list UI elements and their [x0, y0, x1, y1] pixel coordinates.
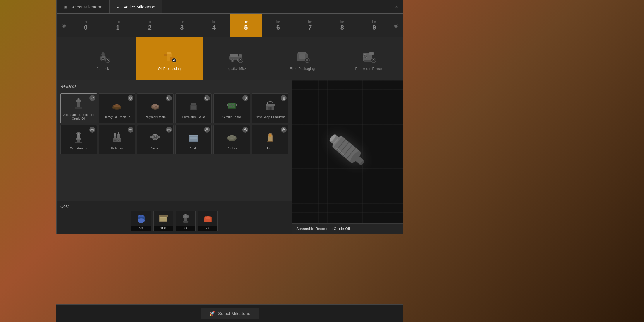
cost-amount-1: 50: [131, 226, 151, 231]
preview-area: [292, 80, 403, 223]
reward-circuit-board[interactable]: Circuit Board: [213, 93, 250, 123]
svg-rect-105: [267, 141, 273, 142]
svg-rect-9: [230, 54, 238, 57]
svg-rect-77: [117, 134, 120, 138]
valve-icon: [148, 129, 163, 145]
cost-icon-3: [179, 213, 192, 224]
svg-rect-5: [167, 52, 171, 54]
tab-active-label: Active Milestone: [123, 4, 155, 9]
reward-scannable-crude-oil[interactable]: Scannable Resource: Crude Oil: [60, 93, 97, 123]
circuit-board-icon: [224, 98, 239, 113]
svg-rect-75: [113, 138, 121, 142]
reward-badge-cart: [281, 95, 287, 101]
tier-nav-right[interactable]: ◉: [390, 14, 402, 37]
svg-rect-89: [154, 134, 156, 135]
bottom-bar: 🚀 Select Milestone: [56, 304, 403, 322]
svg-point-65: [284, 99, 285, 100]
reward-oil-extractor[interactable]: Oil Extractor: [60, 125, 97, 154]
svg-point-15: [238, 58, 243, 63]
cost-section: Cost 50: [57, 201, 292, 234]
svg-rect-22: [369, 52, 374, 55]
reward-fuel[interactable]: Fuel: [252, 125, 288, 154]
reward-plastic[interactable]: Plastic: [175, 125, 212, 154]
svg-marker-99: [244, 129, 247, 131]
jetpack-icon: [94, 46, 112, 65]
tier-nav-left[interactable]: ◉: [58, 14, 70, 37]
svg-marker-33: [129, 98, 132, 100]
tier-8[interactable]: Tier 8: [326, 14, 358, 37]
reward-polymer-resin[interactable]: Polymer Resin: [137, 93, 174, 123]
tier-2[interactable]: Tier 2: [134, 14, 166, 37]
rubber-icon: [224, 129, 239, 145]
svg-point-26: [371, 58, 376, 63]
cost-item-4[interactable]: 500: [198, 211, 218, 231]
tier-bar: ◉ Tier 0 Tier 1 Tier 2 Tier 3 Tier 4 Tie…: [57, 14, 403, 37]
milestone-oil-processing[interactable]: Oil Processing: [136, 37, 203, 80]
reward-badge-layers-2: [166, 95, 172, 101]
cost-item-3[interactable]: 500: [176, 211, 196, 231]
reward-name-rubber: Rubber: [227, 146, 237, 150]
reward-new-shop-products[interactable]: New Shop Products!: [252, 93, 288, 123]
svg-rect-83: [167, 130, 170, 131]
milestone-fluid-packaging[interactable]: Fluid Packaging: [269, 37, 335, 80]
close-button[interactable]: ×: [390, 0, 403, 14]
milestone-logistics[interactable]: Logistics Mk.4: [203, 37, 269, 80]
svg-rect-57: [233, 106, 234, 107]
refinery-icon: [109, 129, 124, 145]
cost-icon-2: [157, 213, 170, 224]
cost-item-2[interactable]: 100: [153, 211, 173, 231]
left-panel: Rewards: [57, 80, 292, 234]
reward-badge-layers-3: [204, 95, 210, 101]
reward-badge-factory-3: [166, 127, 172, 133]
reward-name-plastic: Plastic: [189, 146, 198, 150]
cost-amount-4: 500: [198, 226, 217, 231]
reward-badge-layers-6: [242, 127, 248, 133]
svg-rect-73: [75, 142, 82, 143]
reward-rubber[interactable]: Rubber: [213, 125, 250, 154]
tier-1[interactable]: Tier 1: [102, 14, 134, 37]
select-milestone-label: Select Milestone: [218, 311, 250, 316]
fluid-packaging-icon: [293, 46, 312, 65]
tab-select-milestone[interactable]: ⊞ Select Milestone: [57, 0, 110, 13]
cost-item-1[interactable]: 50: [131, 211, 151, 231]
polymer-resin-icon: [148, 98, 163, 113]
svg-rect-68: [91, 130, 94, 131]
tab-active-milestone[interactable]: ✓ Active Milestone: [110, 0, 162, 13]
rewards-grid-row1: Scannable Resource: Crude Oil: [60, 93, 288, 123]
tier-6[interactable]: Tier 6: [262, 14, 294, 37]
milestone-jetpack[interactable]: Jetpack: [70, 37, 136, 80]
milestone-petroleum-power[interactable]: Petroleum Power: [335, 37, 402, 80]
svg-rect-54: [229, 104, 231, 105]
reward-name-fuel: Fuel: [267, 146, 273, 150]
tier-5[interactable]: Tier 5: [230, 14, 262, 37]
oil-processing-name: Oil Processing: [158, 67, 181, 71]
reward-valve[interactable]: Valve: [137, 125, 174, 154]
grid-icon: ⊞: [64, 5, 67, 9]
milestone-spacer: [58, 37, 70, 80]
content-area: Rewards: [57, 80, 403, 234]
svg-rect-55: [232, 104, 234, 105]
svg-rect-28: [76, 100, 81, 102]
svg-marker-43: [205, 98, 208, 100]
milestone-row: Jetpack Oil Processing: [57, 37, 403, 80]
tier-9[interactable]: Tier 9: [358, 14, 390, 37]
tier-4[interactable]: Tier 4: [198, 14, 230, 37]
svg-rect-31: [78, 98, 79, 100]
fuel-icon: [263, 129, 278, 145]
cost-amount-2: 100: [154, 226, 173, 231]
tier-3[interactable]: Tier 3: [166, 14, 198, 37]
shop-icon: [263, 98, 278, 113]
tier-0[interactable]: Tier 0: [70, 14, 102, 37]
reward-badge-factory-2: [128, 127, 133, 133]
reward-name-heavy-oil: Heavy Oil Residue: [104, 115, 130, 119]
select-milestone-button[interactable]: 🚀 Select Milestone: [201, 308, 259, 319]
jetpack-name: Jetpack: [97, 67, 109, 71]
svg-point-117: [183, 221, 189, 223]
reward-refinery[interactable]: Refinery: [99, 125, 135, 154]
reward-heavy-oil-residue[interactable]: Heavy Oil Residue: [99, 93, 135, 123]
svg-marker-98: [244, 128, 247, 130]
svg-rect-88: [155, 135, 156, 137]
tier-7[interactable]: Tier 7: [294, 14, 326, 37]
reward-petroleum-coke[interactable]: Petroleum Coke: [175, 93, 212, 123]
svg-point-64: [283, 99, 284, 100]
